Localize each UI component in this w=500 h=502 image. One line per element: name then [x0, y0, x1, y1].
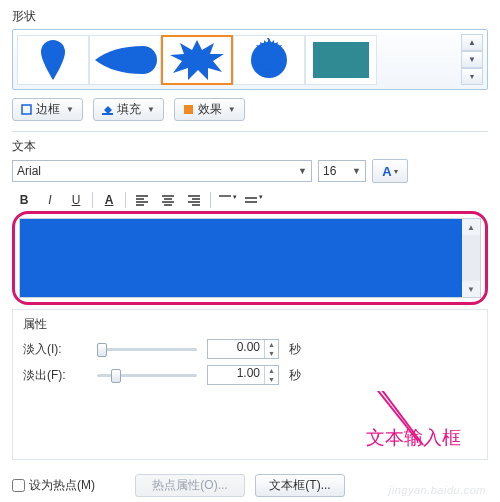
shape-gallery: ▲ ▼ ▾ — [12, 29, 488, 90]
svg-rect-5 — [102, 113, 113, 115]
effect-button[interactable]: 效果 ▼ — [174, 98, 245, 121]
line-spacing-button[interactable]: ▾ — [243, 191, 263, 209]
shape-rect[interactable] — [305, 35, 377, 85]
textbox-button-label: 文本框(T)... — [269, 477, 330, 494]
effect-icon — [183, 104, 194, 115]
fade-out-input[interactable]: 1.00 ▲▼ — [207, 365, 279, 385]
font-size-select[interactable]: 16 ▼ — [318, 160, 366, 182]
hotspot-attr-button: 热点属性(O)... — [135, 474, 245, 497]
align-right-button[interactable] — [184, 191, 204, 209]
scroll-down-icon[interactable]: ▼ — [462, 281, 480, 297]
svg-rect-4 — [22, 105, 31, 114]
scroll-up-icon[interactable]: ▲ — [461, 34, 483, 51]
fade-in-input[interactable]: 0.00 ▲▼ — [207, 339, 279, 359]
shape-gallery-scroll[interactable]: ▲ ▼ ▾ — [461, 34, 483, 85]
font-family-value: Arial — [17, 164, 41, 178]
textbox-button[interactable]: 文本框(T)... — [255, 474, 345, 497]
fade-out-label: 淡出(F): — [23, 367, 87, 384]
text-input-highlight: ▲ ▼ — [12, 211, 488, 305]
hotspot-attr-label: 热点属性(O)... — [152, 477, 227, 494]
border-label: 边框 — [36, 101, 60, 118]
font-button[interactable]: A — [99, 191, 119, 209]
chevron-down-icon: ▼ — [228, 105, 236, 114]
border-icon — [21, 104, 32, 115]
font-color-button[interactable]: A ▾ — [372, 159, 408, 183]
fade-out-unit: 秒 — [289, 367, 301, 384]
watermark: jingyan.baidu.com — [389, 484, 486, 496]
scroll-down-icon[interactable]: ▼ — [461, 51, 483, 68]
valign-button[interactable]: ▾ — [217, 191, 237, 209]
text-input-area[interactable] — [20, 219, 462, 297]
format-toolbar: B I U A ▾ ▾ — [12, 191, 488, 209]
underline-button[interactable]: U — [66, 191, 86, 209]
style-toolbar: 边框 ▼ 填充 ▼ 效果 ▼ — [12, 98, 488, 121]
annotation-label: 文本输入框 — [366, 425, 461, 451]
textarea-scrollbar[interactable]: ▲ ▼ — [462, 219, 480, 297]
chevron-down-icon: ▾ — [394, 167, 398, 176]
effect-label: 效果 — [198, 101, 222, 118]
fade-in-slider[interactable] — [97, 341, 197, 357]
annotation: 文本输入框 — [23, 391, 477, 451]
fill-icon — [102, 104, 113, 115]
spin-down-icon[interactable]: ▼ — [265, 375, 278, 384]
text-section-label: 文本 — [12, 138, 488, 155]
chevron-down-icon: ▼ — [346, 166, 361, 176]
fade-out-slider[interactable] — [97, 367, 197, 383]
scroll-track[interactable] — [462, 235, 480, 281]
font-size-value: 16 — [323, 164, 336, 178]
fade-in-unit: 秒 — [289, 341, 301, 358]
spin-up-icon[interactable]: ▲ — [265, 340, 278, 349]
shape-burst[interactable] — [161, 35, 233, 85]
italic-button[interactable]: I — [40, 191, 60, 209]
align-left-button[interactable] — [132, 191, 152, 209]
font-color-icon: A — [382, 164, 391, 179]
fade-in-label: 淡入(I): — [23, 341, 87, 358]
set-hotspot-checkbox[interactable]: 设为热点(M) — [12, 477, 95, 494]
chevron-down-icon: ▼ — [292, 166, 307, 176]
set-hotspot-label: 设为热点(M) — [29, 477, 95, 494]
chevron-down-icon: ▼ — [147, 105, 155, 114]
font-family-select[interactable]: Arial ▼ — [12, 160, 312, 182]
fade-in-value: 0.00 — [237, 340, 260, 354]
svg-marker-0 — [170, 40, 224, 80]
fade-out-value: 1.00 — [237, 366, 260, 380]
shape-drop[interactable] — [89, 35, 161, 85]
fill-label: 填充 — [117, 101, 141, 118]
border-button[interactable]: 边框 ▼ — [12, 98, 83, 121]
shape-section-label: 形状 — [12, 8, 488, 25]
svg-rect-6 — [184, 105, 193, 114]
spin-down-icon[interactable]: ▼ — [265, 349, 278, 358]
align-center-button[interactable] — [158, 191, 178, 209]
shape-seal[interactable] — [233, 35, 305, 85]
shape-pin[interactable] — [17, 35, 89, 85]
fill-button[interactable]: 填充 ▼ — [93, 98, 164, 121]
chevron-down-icon: ▼ — [66, 105, 74, 114]
attributes-section-label: 属性 — [23, 316, 477, 333]
scroll-up-icon[interactable]: ▲ — [462, 219, 480, 235]
spin-up-icon[interactable]: ▲ — [265, 366, 278, 375]
scroll-expand-icon[interactable]: ▾ — [461, 68, 483, 85]
svg-rect-3 — [313, 42, 369, 78]
bold-button[interactable]: B — [14, 191, 34, 209]
